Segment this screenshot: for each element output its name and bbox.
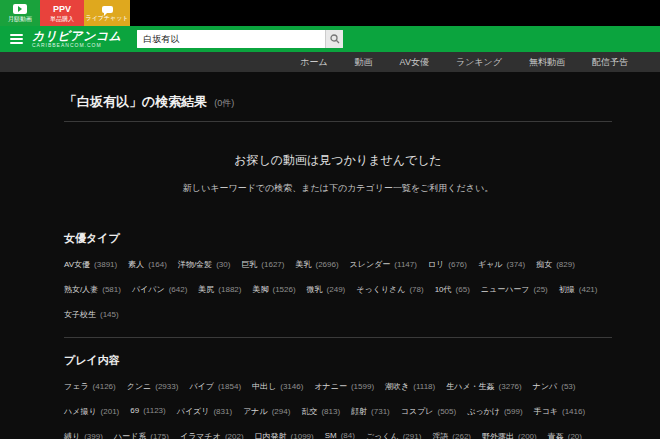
tag-count: (291) — [403, 432, 422, 439]
tag-label: 顔射 — [351, 407, 367, 416]
category-tag-link[interactable]: 野外露出(200) — [482, 431, 537, 439]
page-title: 「白坂有以」の検索結果 — [64, 93, 207, 111]
category-tag-link[interactable]: ハード系(175) — [114, 431, 169, 439]
category-tag-link[interactable]: ロリ(676) — [428, 259, 467, 270]
category-tag-link[interactable]: 10代(65) — [435, 284, 470, 295]
nav-item[interactable]: AV女優 — [400, 56, 429, 69]
tag-count: (1118) — [413, 382, 435, 391]
category-tag-link[interactable]: そっくりさん(78) — [356, 284, 423, 295]
category-tag-link[interactable]: パイズリ(831) — [177, 406, 232, 417]
nav-item[interactable]: ランキング — [456, 56, 502, 69]
tag-label: 口内発射 — [255, 432, 287, 439]
category-tag-link[interactable]: 縛り(399) — [64, 431, 103, 439]
site-header: カリビアンコム CARIBBEANCOM.COM — [0, 26, 660, 52]
category-tag-link[interactable]: バイブ(1854) — [189, 381, 241, 392]
category-tag-link[interactable]: ギャル(374) — [478, 259, 525, 270]
tag-count: (1627) — [261, 260, 284, 269]
category-tag-link[interactable]: 手コキ(1416) — [534, 406, 586, 417]
tag-count: (249) — [327, 285, 346, 294]
search-input[interactable] — [137, 30, 325, 48]
category-tag-link[interactable]: 美乳(2696) — [295, 259, 338, 270]
category-tag-link[interactable]: 熟女/人妻(581) — [64, 284, 121, 295]
category-tag-link[interactable]: 微乳(249) — [307, 284, 346, 295]
category-tag-link[interactable]: ニューハーフ(25) — [481, 284, 548, 295]
tag-label: 野外露出 — [482, 432, 514, 439]
nav-item[interactable]: ホーム — [300, 56, 327, 69]
category-tag-link[interactable]: 潮吹き(1118) — [385, 381, 435, 392]
tag-count: (421) — [579, 285, 598, 294]
category-tag-link[interactable]: 痴女(829) — [536, 259, 575, 270]
category-tag-link[interactable]: 女子校生(145) — [64, 309, 119, 320]
ppv-button[interactable]: PPV 単品購入 — [40, 0, 84, 26]
category-tag-link[interactable]: 中出し(3146) — [252, 381, 303, 392]
tag-count: (25) — [534, 285, 548, 294]
nav-item[interactable]: 配信予告 — [592, 56, 628, 69]
category-tag-link[interactable]: 美尻(1882) — [198, 284, 241, 295]
category-tag-link[interactable]: クンニ(2933) — [127, 381, 179, 392]
category-tag-link[interactable]: イラマチオ(202) — [180, 431, 244, 439]
monthly-video-button[interactable]: 月額動画 — [0, 0, 40, 26]
category-tag-link[interactable]: 素人(164) — [128, 259, 167, 270]
hamburger-icon[interactable] — [10, 34, 23, 44]
category-tag-link[interactable]: スレンダー(1147) — [350, 259, 417, 270]
tag-label: ハード系 — [114, 432, 146, 439]
category-tag-link[interactable]: パイパン(642) — [132, 284, 187, 295]
tag-label: 69 — [130, 406, 139, 415]
tag-count: (1416) — [562, 407, 585, 416]
main-content: 「白坂有以」の検索結果 (0件) お探しの動画は見つかりませんでした 新しいキー… — [0, 72, 660, 439]
category-tag-link[interactable]: SM(84) — [325, 431, 355, 439]
category-tag-link[interactable]: 美脚(1526) — [252, 284, 295, 295]
tag-label: 淫語 — [432, 432, 448, 439]
category-tag-link[interactable]: 洋物/金髪(30) — [178, 259, 230, 270]
tag-count: (200) — [518, 432, 537, 439]
category-tag-link[interactable]: フェラ(4126) — [64, 381, 116, 392]
category-tag-link[interactable]: 口内発射(1099) — [255, 431, 314, 439]
promo-bar: 月額動画 PPV 単品購入 ライブチャット — [0, 0, 660, 26]
tag-count: (30) — [216, 260, 230, 269]
site-logo[interactable]: カリビアンコム CARIBBEANCOM.COM — [32, 30, 121, 48]
category-tag-link[interactable]: アナル(294) — [243, 406, 290, 417]
tag-count: (3146) — [280, 382, 303, 391]
empty-state: お探しの動画は見つかりませんでした 新しいキーワードでの検索、または下のカテゴリ… — [64, 152, 612, 195]
category-tag-link[interactable]: 初撮(421) — [559, 284, 598, 295]
category-tag-link[interactable]: 青姦(20) — [548, 431, 582, 439]
category-tag-link[interactable]: 69(1123) — [130, 406, 165, 417]
live-chat-button[interactable]: ライブチャット — [84, 0, 130, 26]
category-tag-link[interactable]: 顔射(731) — [351, 406, 390, 417]
tag-count: (20) — [568, 432, 582, 439]
tag-label: 洋物/金髪 — [178, 260, 212, 269]
tag-label: 熟女/人妻 — [64, 285, 98, 294]
monthly-video-label: 月額動画 — [8, 16, 32, 22]
tag-count: (164) — [148, 260, 167, 269]
logo-title: カリビアンコム — [32, 30, 121, 42]
category-tag-link[interactable]: 淫語(262) — [432, 431, 471, 439]
tag-count: (505) — [438, 407, 457, 416]
category-tag-link[interactable]: 乱交(813) — [301, 406, 340, 417]
category-tag-link[interactable]: 生ハメ・生姦(3276) — [446, 381, 522, 392]
section-heading: 女優タイプ — [64, 231, 612, 246]
tag-label: 微乳 — [307, 285, 323, 294]
tag-label: ナンパ — [533, 382, 558, 391]
category-tag-link[interactable]: ナンパ(53) — [533, 381, 576, 392]
search-button[interactable] — [325, 30, 343, 48]
search-icon — [330, 34, 340, 44]
category-tag-link[interactable]: 巨乳(1627) — [241, 259, 284, 270]
tag-label: パイパン — [132, 285, 165, 294]
tag-count: (1854) — [218, 382, 241, 391]
tag-count: (262) — [452, 432, 471, 439]
tag-count: (642) — [169, 285, 188, 294]
nav-item[interactable]: 動画 — [355, 56, 373, 69]
category-tag-link[interactable]: AV女優(3891) — [64, 259, 117, 270]
tag-label: 青姦 — [548, 432, 564, 439]
tag-list-play-content: フェラ(4126)クンニ(2933)バイブ(1854)中出し(3146)オナニー… — [64, 381, 612, 439]
tag-count: (1123) — [143, 406, 166, 415]
tag-label: 潮吹き — [385, 382, 409, 391]
category-tag-link[interactable]: ごっくん(291) — [366, 431, 421, 439]
category-tag-link[interactable]: ぶっかけ(599) — [467, 406, 522, 417]
category-tag-link[interactable]: オナニー(1599) — [314, 381, 374, 392]
tag-count: (581) — [102, 285, 121, 294]
nav-item[interactable]: 無料動画 — [529, 56, 565, 69]
category-tag-link[interactable]: ハメ撮り(201) — [64, 406, 119, 417]
empty-message: お探しの動画は見つかりませんでした — [64, 152, 612, 169]
category-tag-link[interactable]: コスプレ(505) — [401, 406, 456, 417]
